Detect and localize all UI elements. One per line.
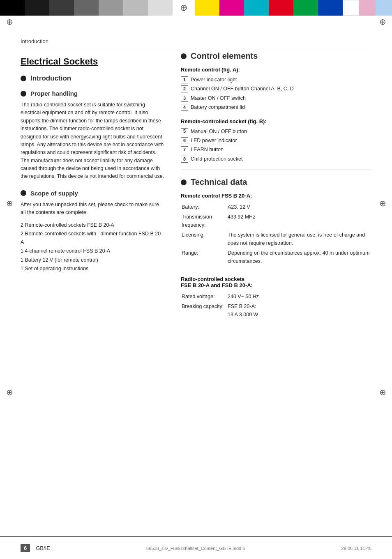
scope-bullet — [21, 190, 26, 196]
scope-section: Scope of supply After you have unpacked … — [21, 190, 164, 273]
reg-mark-bot-left: ⊕ — [3, 386, 16, 398]
spec-label: Transmissionfrequency: — [182, 213, 227, 230]
proper-handling-bullet — [21, 91, 26, 97]
right-column: Control elements Remote control (fig. A)… — [181, 51, 371, 320]
header-bar: Introduction — [21, 38, 371, 47]
spec-label: Battery: — [182, 203, 227, 212]
spec-value: A23, 12 V — [228, 203, 371, 212]
footer-file-info: 66538_silv_Funkschaltset_Content_GB-IE.i… — [50, 546, 341, 551]
item-text: LED power indicator — [191, 137, 237, 145]
technical-data-section: Technical data Remote control FSS B 20-A… — [181, 177, 371, 320]
table-row: Battery: A23, 12 V — [182, 203, 371, 212]
technical-label: Technical data — [191, 177, 247, 187]
control-elements-title: Control elements — [181, 51, 371, 61]
table-row: Rated voltage: 240 V~ 50 Hz — [182, 292, 371, 301]
list-item: 3 Master ON / OFF switch — [181, 94, 371, 102]
radio-socket-specs-table: Rated voltage: 240 V~ 50 Hz Breaking cap… — [181, 292, 371, 320]
item-number: 8 — [181, 156, 188, 163]
list-item: 1 Set of operating instructions — [21, 265, 164, 273]
item-text: Battery compartment lid — [191, 104, 245, 111]
spec-value: 433.92 MHz — [228, 213, 371, 230]
spec-value: 240 V~ 50 Hz — [228, 292, 371, 301]
crosshair-icon: ⊕ — [180, 2, 187, 13]
remote-control-list: 1 Power indicator light 2 Channel ON / O… — [181, 76, 371, 112]
list-item: 2 Channel ON / OFF button Channel A, B, … — [181, 85, 371, 93]
left-column: Electrical Sockets Introduction Proper h… — [21, 51, 164, 320]
spec-label: Licensing: — [182, 231, 227, 248]
proper-handling-title: Proper handling — [21, 90, 164, 97]
item-number: 6 — [181, 137, 188, 144]
table-row: Range: Depending on the circumstances ap… — [182, 249, 371, 266]
list-item: 7 LEARN button — [181, 146, 371, 154]
proper-handling-heading: Proper handling — [30, 90, 78, 97]
main-content: Electrical Sockets Introduction Proper h… — [21, 47, 371, 320]
spec-value: FSE B 20-A:13 A 3.000 W — [228, 302, 371, 320]
list-item: 2 Remote-controlled sockets with dimmer … — [21, 230, 164, 247]
list-item: 1 Battery 12 V (for remote control) — [21, 256, 164, 265]
scope-heading: Scope of supply — [30, 190, 78, 197]
item-text: Power indicator light — [191, 76, 237, 84]
intro-section-title: Introduction — [21, 74, 164, 83]
list-item: 5 Manual ON / OFF button — [181, 128, 371, 136]
intro-heading: Introduction — [30, 74, 71, 83]
remote-control-heading: Remote control (fig. A): — [181, 67, 371, 73]
table-row: Breaking capacity: FSE B 20-A:13 A 3.000… — [182, 302, 371, 320]
reg-mark-bot-right: ⊕ — [376, 386, 389, 398]
list-item: 8 Child protection socket — [181, 155, 371, 163]
item-number: 3 — [181, 95, 188, 102]
scope-title: Scope of supply — [21, 190, 164, 197]
list-item: 6 LED power indicator — [181, 137, 371, 145]
technical-title: Technical data — [181, 177, 371, 187]
table-row: Transmissionfrequency: 433.92 MHz — [182, 213, 371, 230]
item-number: 7 — [181, 146, 188, 153]
item-number: 5 — [181, 128, 188, 135]
socket-heading: Remote-controlled socket (fig. B): — [181, 118, 371, 124]
supply-list: 2 Remote-controlled sockets FSE B 20-A 2… — [21, 221, 164, 274]
item-text: Child protection socket — [191, 155, 242, 163]
locale-label: GB/IE — [36, 545, 50, 551]
tech-bullet — [181, 179, 187, 185]
spec-label: Rated voltage: — [182, 292, 227, 301]
reg-mark-mid-left: ⊕ — [3, 197, 16, 209]
page-wrapper: ⊕ ⊕ ⊕ ⊕ ⊕ ⊕ ⊕ Introduction Electrical So… — [0, 0, 392, 559]
item-text: Manual ON / OFF button — [191, 128, 247, 136]
reg-mark-mid-right: ⊕ — [376, 197, 389, 209]
footer-left: 6 GB/IE — [21, 544, 50, 552]
body-text: The radio-controlled socket set is suita… — [21, 101, 164, 181]
socket-list: 5 Manual ON / OFF button 6 LED power ind… — [181, 128, 371, 163]
control-bullet — [181, 53, 187, 59]
item-number: 4 — [181, 104, 188, 111]
spec-value: The system is licensed for general use, … — [228, 231, 371, 248]
list-item: 1 4-channel remote control FSS B 20-A — [21, 247, 164, 255]
item-text: Channel ON / OFF button Channel A, B, C,… — [191, 85, 294, 93]
list-item: 2 Remote-controlled sockets FSE B 20-A — [21, 221, 164, 230]
reg-mark-top-right: ⊕ — [376, 16, 389, 28]
scope-intro: After you have unpacked this set, please… — [21, 201, 164, 217]
list-item: 4 Battery compartment lid — [181, 104, 371, 111]
footer: 6 GB/IE 66538_silv_Funkschaltset_Content… — [0, 536, 392, 559]
fss-heading: Remote control FSS B 20-A: — [181, 193, 371, 199]
divider — [181, 170, 371, 170]
reg-mark-top-left: ⊕ — [3, 16, 16, 28]
item-text: Master ON / OFF switch — [191, 94, 246, 102]
item-number: 1 — [181, 76, 188, 83]
spec-value: Depending on the circumstances approx. 4… — [228, 249, 371, 266]
table-row: Licensing: The system is licensed for ge… — [182, 231, 371, 248]
page-number: 6 — [21, 544, 30, 552]
list-item: 1 Power indicator light — [181, 76, 371, 84]
spec-label: Range: — [182, 249, 227, 266]
footer-date: 29.06.11 11:45 — [341, 546, 371, 551]
radio-socket-heading: Radio-controlled socketsFSE B 20-A and F… — [181, 276, 371, 288]
header-intro-label: Introduction — [21, 38, 48, 44]
item-text: LEARN button — [191, 146, 224, 154]
intro-bullet — [21, 76, 26, 81]
spec-label: Breaking capacity: — [182, 302, 227, 320]
page-title: Electrical Sockets — [21, 56, 164, 67]
color-bar: ⊕ — [0, 0, 392, 16]
control-elements-label: Control elements — [191, 51, 258, 61]
item-number: 2 — [181, 85, 188, 92]
tech-specs-table: Battery: A23, 12 V Transmissionfrequency… — [181, 202, 371, 267]
